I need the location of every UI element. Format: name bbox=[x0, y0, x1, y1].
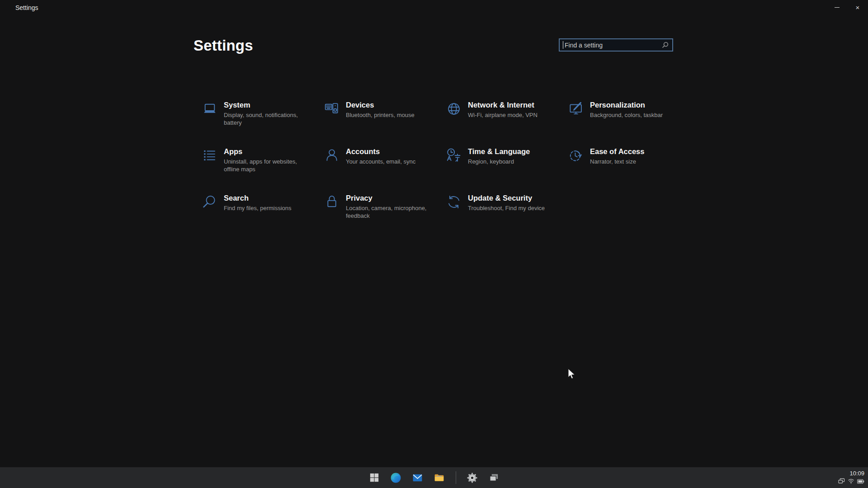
category-time-language[interactable]: Time & Language Region, keyboard bbox=[445, 147, 567, 193]
window-title: Settings bbox=[0, 0, 38, 11]
mail-icon[interactable] bbox=[412, 472, 424, 483]
apps-list-icon bbox=[201, 147, 218, 164]
category-search[interactable]: Search Find my files, permissions bbox=[201, 193, 323, 240]
laptop-icon bbox=[201, 100, 218, 117]
category-devices[interactable]: Devices Bluetooth, printers, mouse bbox=[323, 100, 445, 147]
category-network-internet[interactable]: Network & Internet Wi-Fi, airplane mode,… bbox=[445, 100, 567, 147]
task-view-icon[interactable] bbox=[488, 472, 500, 483]
close-button[interactable]: × bbox=[847, 0, 868, 14]
search-input[interactable] bbox=[563, 42, 662, 49]
minimize-button[interactable] bbox=[826, 0, 847, 14]
settings-gear-icon[interactable] bbox=[467, 472, 478, 483]
settings-grid: System Display, sound, notifications, ba… bbox=[201, 100, 689, 240]
clock[interactable]: 10:09 bbox=[849, 470, 864, 477]
wifi-icon[interactable] bbox=[848, 478, 854, 486]
window-controls: × bbox=[826, 0, 868, 14]
category-apps[interactable]: Apps Uninstall, apps for websites, offli… bbox=[201, 147, 323, 193]
personalization-icon bbox=[567, 100, 585, 117]
time-language-icon bbox=[445, 147, 462, 164]
connected-devices-icon[interactable] bbox=[838, 478, 845, 486]
category-accounts[interactable]: Accounts Your accounts, email, sync bbox=[323, 147, 445, 193]
lock-icon bbox=[323, 193, 340, 211]
globe-icon bbox=[445, 100, 462, 117]
taskbar-icons bbox=[0, 467, 868, 488]
category-system[interactable]: System Display, sound, notifications, ba… bbox=[201, 100, 323, 147]
category-privacy[interactable]: Privacy Location, camera, microphone, fe… bbox=[323, 193, 445, 240]
battery-icon[interactable] bbox=[857, 478, 864, 486]
search-box[interactable] bbox=[559, 38, 673, 52]
close-icon: × bbox=[856, 4, 860, 11]
search-icon bbox=[201, 193, 218, 211]
edge-icon[interactable] bbox=[390, 472, 402, 483]
page-title: Settings bbox=[193, 37, 253, 54]
person-icon bbox=[323, 147, 340, 164]
tray-icons bbox=[838, 478, 864, 486]
magnifier-icon[interactable] bbox=[662, 42, 669, 48]
devices-icon bbox=[323, 100, 340, 117]
update-icon bbox=[445, 193, 462, 211]
category-personalization[interactable]: Personalization Background, colors, task… bbox=[567, 100, 689, 147]
start-icon[interactable] bbox=[368, 472, 380, 483]
mouse-cursor bbox=[567, 368, 576, 382]
titlebar: Settings × bbox=[0, 0, 868, 18]
taskbar-separator bbox=[456, 471, 456, 484]
ease-of-access-icon bbox=[567, 147, 585, 164]
minimize-icon bbox=[835, 7, 840, 8]
category-update-security[interactable]: Update & Security Troubleshoot, Find my … bbox=[445, 193, 567, 240]
category-ease-of-access[interactable]: Ease of Access Narrator, text size bbox=[567, 147, 689, 193]
taskbar: 10:09 bbox=[0, 467, 868, 488]
system-tray: 10:09 bbox=[838, 467, 864, 488]
file-explorer-icon[interactable] bbox=[434, 472, 445, 483]
